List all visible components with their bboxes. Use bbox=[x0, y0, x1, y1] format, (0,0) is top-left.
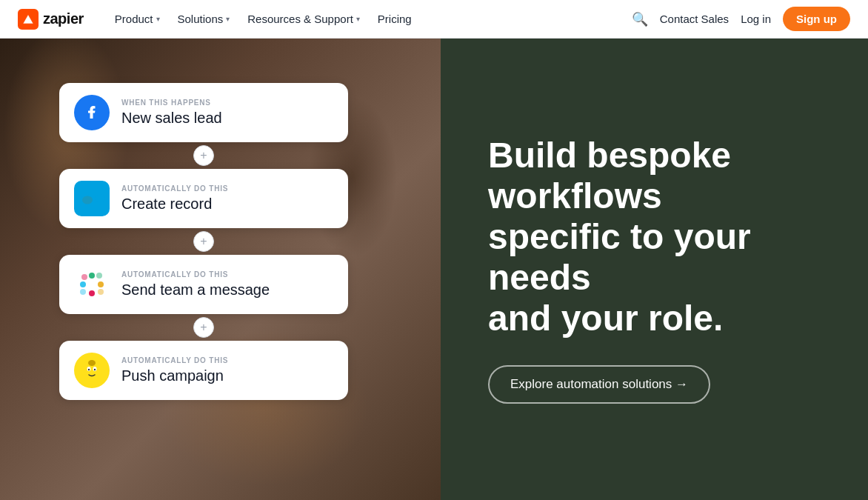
svg-rect-5 bbox=[80, 281, 86, 287]
trigger-label: WHEN THIS HAPPENS bbox=[121, 99, 333, 107]
svg-rect-9 bbox=[80, 289, 86, 295]
svg-rect-12 bbox=[81, 274, 87, 280]
logo[interactable]: zapier bbox=[18, 9, 84, 30]
left-panel: WHEN THIS HAPPENS New sales lead + bbox=[0, 39, 441, 500]
nav-item-resources[interactable]: Resources & Support ▾ bbox=[240, 8, 367, 30]
action2-card-text: AUTOMATICALLY DO THIS Send team a messag… bbox=[121, 270, 333, 299]
nav-item-solutions[interactable]: Solutions ▾ bbox=[170, 8, 238, 30]
nav-links: Product ▾ Solutions ▾ Resources & Suppor… bbox=[107, 8, 632, 30]
nav-resources-label: Resources & Support bbox=[247, 13, 353, 25]
action2-title: Send team a message bbox=[121, 281, 333, 299]
connector-3-wrap: + bbox=[59, 314, 348, 341]
connector-2-wrap: + bbox=[59, 228, 348, 255]
nav-item-pricing[interactable]: Pricing bbox=[370, 8, 419, 30]
action3-title: Push campaign bbox=[121, 367, 333, 384]
solutions-chevron-icon: ▾ bbox=[226, 15, 230, 23]
headline-line2: specific to your needs bbox=[488, 217, 751, 297]
nav-right: 🔍 Contact Sales Log in Sign up bbox=[632, 7, 850, 31]
slack-icon bbox=[74, 267, 110, 302]
hero-headline: Build bespoke workflows specific to your… bbox=[488, 135, 821, 339]
svg-rect-11 bbox=[98, 289, 104, 295]
headline-line1: Build bespoke workflows bbox=[488, 136, 731, 216]
svg-point-16 bbox=[88, 369, 90, 370]
resources-chevron-icon: ▾ bbox=[356, 15, 360, 23]
navbar: zapier Product ▾ Solutions ▾ Resources &… bbox=[0, 0, 868, 39]
product-chevron-icon: ▾ bbox=[156, 15, 160, 23]
zapier-logo-icon bbox=[18, 9, 39, 30]
action1-title: Create record bbox=[121, 196, 333, 213]
login-link[interactable]: Log in bbox=[741, 13, 771, 25]
salesforce-icon bbox=[74, 181, 110, 216]
nav-solutions-label: Solutions bbox=[178, 13, 224, 25]
svg-point-18 bbox=[88, 360, 96, 366]
nav-item-product[interactable]: Product ▾ bbox=[107, 8, 167, 30]
zapier-wordmark: zapier bbox=[43, 10, 84, 27]
trigger-card[interactable]: WHEN THIS HAPPENS New sales lead bbox=[59, 83, 348, 142]
svg-point-3 bbox=[96, 195, 105, 203]
signup-button[interactable]: Sign up bbox=[783, 7, 850, 31]
trigger-card-text: WHEN THIS HAPPENS New sales lead bbox=[121, 99, 333, 127]
workflow-cards: WHEN THIS HAPPENS New sales lead + bbox=[59, 83, 348, 400]
svg-point-17 bbox=[94, 369, 96, 370]
trigger-title: New sales lead bbox=[121, 110, 333, 127]
action1-card-text: AUTOMATICALLY DO THIS Create record bbox=[121, 184, 333, 213]
right-panel: Build bespoke workflows specific to your… bbox=[441, 39, 868, 500]
connector-3[interactable]: + bbox=[193, 317, 214, 338]
headline-line3: and your role. bbox=[488, 299, 723, 338]
svg-rect-8 bbox=[89, 290, 95, 296]
action2-label: AUTOMATICALLY DO THIS bbox=[121, 270, 333, 279]
search-icon[interactable]: 🔍 bbox=[632, 11, 648, 27]
cta-button[interactable]: Explore automation solutions → bbox=[488, 365, 710, 404]
svg-rect-10 bbox=[96, 273, 102, 279]
action3-card-text: AUTOMATICALLY DO THIS Push campaign bbox=[121, 356, 333, 384]
nav-product-label: Product bbox=[115, 13, 153, 25]
nav-pricing-label: Pricing bbox=[378, 13, 412, 25]
svg-rect-6 bbox=[89, 273, 95, 279]
action2-card[interactable]: AUTOMATICALLY DO THIS Send team a messag… bbox=[59, 255, 348, 314]
connector-1[interactable]: + bbox=[193, 145, 214, 166]
connector-1-wrap: + bbox=[59, 142, 348, 169]
action3-card[interactable]: AUTOMATICALLY DO THIS Push campaign bbox=[59, 341, 348, 400]
facebook-icon bbox=[74, 95, 110, 130]
contact-sales-link[interactable]: Contact Sales bbox=[660, 13, 729, 25]
action1-label: AUTOMATICALLY DO THIS bbox=[121, 184, 333, 193]
hero-content: Build bespoke workflows specific to your… bbox=[488, 135, 821, 404]
svg-rect-7 bbox=[98, 281, 104, 287]
mailchimp-icon bbox=[74, 353, 110, 388]
connector-2[interactable]: + bbox=[193, 231, 214, 252]
action3-label: AUTOMATICALLY DO THIS bbox=[121, 356, 333, 364]
svg-point-4 bbox=[82, 196, 93, 204]
action1-card[interactable]: AUTOMATICALLY DO THIS Create record bbox=[59, 169, 348, 228]
main-content: WHEN THIS HAPPENS New sales lead + bbox=[0, 39, 868, 500]
